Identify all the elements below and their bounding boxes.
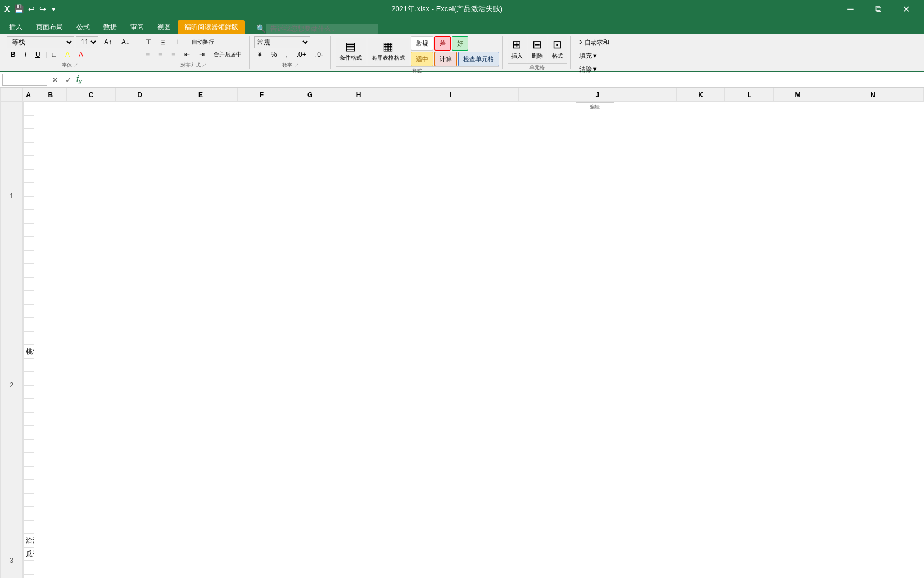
number-format-select[interactable]: 常规 [254, 36, 310, 48]
cell-A3[interactable] [23, 480, 34, 493]
cell-J1[interactable] [23, 223, 34, 237]
cell-K2[interactable] [23, 426, 34, 439]
formula-func-icon[interactable]: fx [76, 74, 82, 85]
cell-B1[interactable] [23, 115, 34, 129]
style-good[interactable]: 好 [452, 36, 468, 51]
decrease-decimal-btn[interactable]: .0- [311, 48, 327, 61]
tab-layout[interactable]: 页面布局 [29, 20, 70, 34]
wrap-text-btn[interactable]: 自动换行 [188, 36, 218, 48]
comma-btn[interactable]: , [282, 48, 291, 61]
cell-F3[interactable]: 瓜子向坚果转型 [23, 547, 34, 561]
table-format-btn[interactable]: ▦ 套用表格格式 [368, 38, 409, 65]
formula-input[interactable] [84, 74, 922, 86]
cell-H1[interactable] [23, 196, 34, 210]
cell-C3[interactable] [23, 507, 34, 520]
col-header-C[interactable]: C [67, 88, 115, 102]
col-header-G[interactable]: G [286, 88, 334, 102]
border-btn[interactable]: □ [48, 48, 60, 61]
cell-I1[interactable] [23, 210, 34, 223]
cell-F2[interactable] [23, 358, 34, 372]
col-header-M[interactable]: M [773, 88, 822, 102]
auto-sum-btn[interactable]: Σ 自动求和 [576, 36, 614, 48]
quick-access-save[interactable]: 💾 [14, 4, 24, 13]
cell-J2[interactable] [23, 412, 34, 426]
search-input[interactable] [266, 24, 378, 34]
indent-right-btn[interactable]: ⇥ [195, 48, 209, 61]
cell-M1[interactable] [23, 264, 34, 277]
currency-btn[interactable]: ¥ [254, 48, 266, 61]
cell-E1[interactable] [23, 156, 34, 169]
align-top-btn[interactable]: ⊤ [142, 36, 155, 48]
cell-A2[interactable] [23, 291, 34, 304]
quick-access-undo[interactable]: ↩ [28, 4, 35, 13]
align-bottom-btn[interactable]: ⊥ [171, 36, 184, 48]
quick-access-redo[interactable]: ↪ [39, 4, 46, 13]
cell-D1[interactable] [23, 142, 34, 156]
tab-insert[interactable]: 插入 [2, 20, 29, 34]
cell-L2[interactable] [23, 439, 34, 453]
style-check-cell[interactable]: 检查单元格 [458, 52, 499, 66]
close-button[interactable]: ✕ [894, 0, 920, 18]
percent-btn[interactable]: % [267, 48, 281, 61]
cell-G2[interactable] [23, 372, 34, 385]
align-center-btn[interactable]: ≡ [155, 48, 166, 61]
col-header-I[interactable]: I [383, 88, 518, 102]
cell-E2[interactable]: 桃李面包 [23, 345, 34, 358]
col-header-L[interactable]: L [725, 88, 773, 102]
bold-btn[interactable]: B [7, 48, 20, 61]
col-header-B[interactable]: B [34, 88, 67, 102]
name-box[interactable] [2, 74, 47, 86]
tab-view[interactable]: 视图 [151, 20, 178, 34]
fill-color-btn[interactable]: A [61, 48, 74, 61]
cell-I2[interactable] [23, 399, 34, 412]
col-header-D[interactable]: D [115, 88, 164, 102]
font-name-select[interactable]: 等线 [7, 36, 74, 48]
align-right-btn[interactable]: ≡ [167, 48, 179, 61]
restore-button[interactable]: ⧉ [866, 0, 891, 18]
tab-data[interactable]: 数据 [97, 20, 124, 34]
font-color-btn[interactable]: A [75, 48, 87, 61]
style-neutral[interactable]: 适中 [411, 52, 433, 66]
cell-G1[interactable] [23, 183, 34, 196]
cell-E3[interactable]: 洽洽食品 [23, 534, 34, 547]
delete-cell-btn[interactable]: ⊟ 删除 [528, 36, 547, 63]
cell-L1[interactable] [23, 250, 34, 264]
cell-D3[interactable] [23, 520, 34, 534]
tab-review[interactable]: 审阅 [124, 20, 151, 34]
minimize-button[interactable]: ─ [837, 0, 863, 18]
underline-btn[interactable]: U [31, 48, 44, 61]
col-header-E[interactable]: E [164, 88, 238, 102]
cell-C1[interactable] [23, 129, 34, 142]
cell-C2[interactable] [23, 318, 34, 331]
formula-confirm-btn[interactable]: ✓ [63, 75, 74, 84]
style-calculation[interactable]: 计算 [434, 52, 457, 66]
cell-N1[interactable] [23, 277, 34, 291]
italic-btn[interactable]: I [21, 48, 30, 61]
style-bad[interactable]: 差 [434, 36, 451, 51]
cell-B2[interactable] [23, 304, 34, 318]
style-normal[interactable]: 常规 [411, 36, 433, 51]
font-size-select[interactable]: 11 [76, 36, 98, 48]
conditional-format-btn[interactable]: ▤ 条件格式 [336, 38, 366, 65]
tab-reader[interactable]: 福昕阅读器领鲜版 [178, 20, 245, 34]
col-header-K[interactable]: K [677, 88, 725, 102]
cell-A1[interactable] [23, 102, 34, 115]
cell-M2[interactable] [23, 453, 34, 466]
merge-center-btn[interactable]: 合并后居中 [210, 48, 246, 61]
col-header-F[interactable]: F [237, 88, 286, 102]
insert-cell-btn[interactable]: ⊞ 插入 [508, 36, 527, 63]
cell-D2[interactable] [23, 331, 34, 345]
cell-H2[interactable] [23, 385, 34, 399]
cell-B3[interactable] [23, 493, 34, 507]
increase-font-btn[interactable]: A↑ [100, 36, 116, 48]
col-header-A[interactable]: A [23, 88, 34, 102]
align-left-btn[interactable]: ≡ [142, 48, 153, 61]
col-header-N[interactable]: N [822, 88, 924, 102]
quick-access-dropdown[interactable]: ▼ [51, 6, 56, 12]
format-cell-btn[interactable]: ⊡ 格式 [548, 36, 567, 63]
col-header-J[interactable]: J [518, 88, 676, 102]
formula-cancel-btn[interactable]: ✕ [49, 75, 61, 84]
increase-decimal-btn[interactable]: .0+ [293, 48, 310, 61]
cell-J3[interactable] [23, 574, 34, 578]
indent-left-btn[interactable]: ⇤ [180, 48, 194, 61]
